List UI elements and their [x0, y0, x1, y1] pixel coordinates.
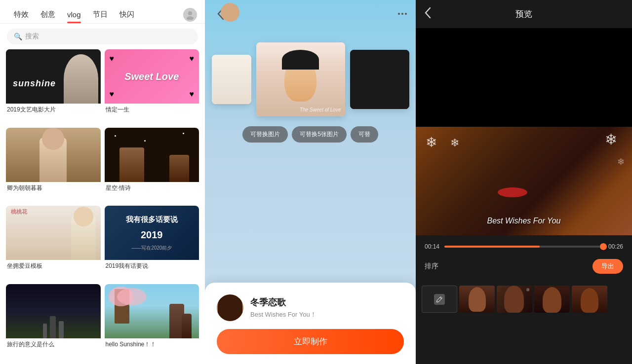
- template-label: hello Sunshine！！: [105, 340, 199, 349]
- best-wishes-text: Best Wishes For You: [487, 217, 561, 225]
- replaceable-badges: 可替换图片 可替换5张图片 可替: [237, 126, 383, 143]
- template-card-cherry[interactable]: hello Sunshine！！: [105, 284, 199, 359]
- more-dot-2: [401, 13, 403, 15]
- left-panel: 特效 创意 vlog 节日 快闪 🔍 搜索 sunshine: [0, 0, 205, 364]
- filmstrip-thumb-4[interactable]: [572, 286, 607, 313]
- template-label: 2019我有话要说: [105, 262, 199, 270]
- preview-text-overlay: The Sweet of Love: [300, 107, 341, 112]
- svg-point-0: [188, 11, 192, 15]
- freeze-face: ❄ ❄ ❄ ❄ Best Wishes For You: [416, 127, 632, 235]
- template-subtitle: Best Wishes For You！: [250, 310, 316, 319]
- snowflake-3: ❄: [605, 131, 617, 148]
- template-grid: sunshine 2019文艺电影大片 ♥ ♥ ♥ ♥ Sweet Love 情…: [0, 49, 205, 364]
- badge-center[interactable]: 可替换5张图片: [292, 126, 347, 143]
- video-preview-black: [416, 28, 632, 127]
- star-3: [183, 133, 184, 134]
- template-label: 旅行的意义是什么: [6, 340, 101, 349]
- preview-card-main[interactable]: The Sweet of Love: [256, 42, 345, 116]
- search-placeholder: 搜索: [25, 32, 39, 41]
- filmstrip-thumb-3[interactable]: [534, 286, 570, 313]
- info-text-group: 冬季恋歌 Best Wishes For You！: [250, 296, 316, 319]
- template-label: 星空·情诗: [105, 184, 199, 192]
- template-label: 2019文艺电影大片: [6, 106, 101, 114]
- tab-bar: 特效 创意 vlog 节日 快闪: [0, 0, 205, 24]
- snowflake-4: ❄: [617, 156, 625, 167]
- heart-deco-1: ♥: [110, 54, 115, 63]
- time-current: 00:14: [425, 243, 439, 250]
- template-avatar: [217, 294, 243, 321]
- progress-bar-track[interactable]: [444, 246, 603, 248]
- template-card-ancient[interactable]: 卿为朝朝暮暮: [6, 128, 101, 202]
- tab-flash[interactable]: 快闪: [114, 6, 140, 23]
- export-button[interactable]: 导出: [592, 259, 623, 274]
- progress-section: 00:14 00:26: [416, 235, 632, 255]
- template-card-star[interactable]: 星空·情诗: [105, 128, 199, 202]
- user-avatar[interactable]: [183, 8, 197, 22]
- middle-panel: The Sweet of Love 可替换图片 可替换5张图片 可替: [205, 0, 416, 364]
- tab-holiday[interactable]: 节日: [87, 6, 114, 23]
- search-bar[interactable]: 🔍 搜索: [7, 29, 198, 44]
- right-panel-title: 预览: [515, 8, 532, 20]
- star-1: [115, 135, 116, 137]
- preview-cards-row: The Sweet of Love: [205, 42, 416, 116]
- heart-deco-2: ♥: [190, 54, 195, 63]
- template-title: 冬季恋歌: [250, 296, 316, 308]
- filmstrip-thumb-1[interactable]: [459, 286, 495, 313]
- progress-bar-fill: [444, 246, 540, 248]
- tab-vlog[interactable]: vlog: [61, 6, 87, 23]
- right-back-button[interactable]: [425, 7, 432, 21]
- tab-effects[interactable]: 特效: [8, 6, 35, 23]
- edit-icon: [434, 294, 445, 305]
- heart-deco-3: ♥: [110, 90, 115, 99]
- template-card-sweet-love[interactable]: ♥ ♥ ♥ ♥ Sweet Love 情定一生: [105, 49, 199, 124]
- svg-point-1: [187, 16, 194, 20]
- more-dot-3: [405, 13, 407, 15]
- more-dot-1: [398, 13, 400, 15]
- time-total: 00:26: [608, 243, 623, 250]
- bottom-controls: 排序 导出: [416, 255, 632, 281]
- template-preview-area: The Sweet of Love 可替换图片 可替换5张图片 可替: [205, 28, 416, 283]
- snowflake-1: ❄: [426, 134, 437, 150]
- star-2: [144, 140, 146, 142]
- template-label: 情定一生: [105, 106, 199, 114]
- preview-card-right[interactable]: [350, 50, 409, 109]
- progress-row: 00:14 00:26: [425, 243, 623, 250]
- template-card-peach[interactable]: 桃桃花 坐拥爱豆模板: [6, 206, 101, 280]
- make-now-button[interactable]: 立即制作: [217, 329, 404, 354]
- template-label: 卿为朝朝暮暮: [6, 184, 101, 192]
- progress-thumb[interactable]: [600, 243, 607, 250]
- info-card: 冬季恋歌 Best Wishes For You！ 立即制作: [205, 283, 416, 364]
- template-card-travel[interactable]: 旅行的意义是什么: [6, 284, 101, 359]
- sort-label: 排序: [425, 262, 438, 271]
- right-header: 预览: [416, 0, 632, 28]
- badge-right[interactable]: 可替: [351, 126, 378, 143]
- filmstrip-thumb-2[interactable]: ❄: [497, 286, 532, 313]
- search-icon: 🔍: [14, 33, 22, 40]
- freeze-preview: ❄ ❄ ❄ ❄ Best Wishes For You: [416, 127, 632, 235]
- svg-line-2: [440, 297, 441, 299]
- info-card-header: 冬季恋歌 Best Wishes For You！: [217, 294, 404, 321]
- badge-left[interactable]: 可替换图片: [242, 126, 288, 143]
- preview-card-left[interactable]: [212, 55, 251, 104]
- more-options-button[interactable]: [398, 13, 407, 15]
- template-card-sunshine[interactable]: sunshine 2019文艺电影大片: [6, 49, 101, 124]
- snowflake-2: ❄: [450, 137, 459, 149]
- filmstrip: ❄: [416, 281, 632, 318]
- tab-creative[interactable]: 创意: [35, 6, 61, 23]
- filmstrip-edit[interactable]: [422, 286, 457, 313]
- template-card-2019[interactable]: 我有很多话要说 2019 ——写在2020前夕 2019我有话要说: [105, 206, 199, 280]
- right-panel: 预览 ❄ ❄ ❄ ❄ Best Wishes For You 00:14 00:…: [416, 0, 632, 364]
- sweet-love-text: Sweet Love: [124, 71, 179, 82]
- heart-deco-4: ♥: [190, 90, 195, 99]
- template-label: 坐拥爱豆模板: [6, 262, 101, 270]
